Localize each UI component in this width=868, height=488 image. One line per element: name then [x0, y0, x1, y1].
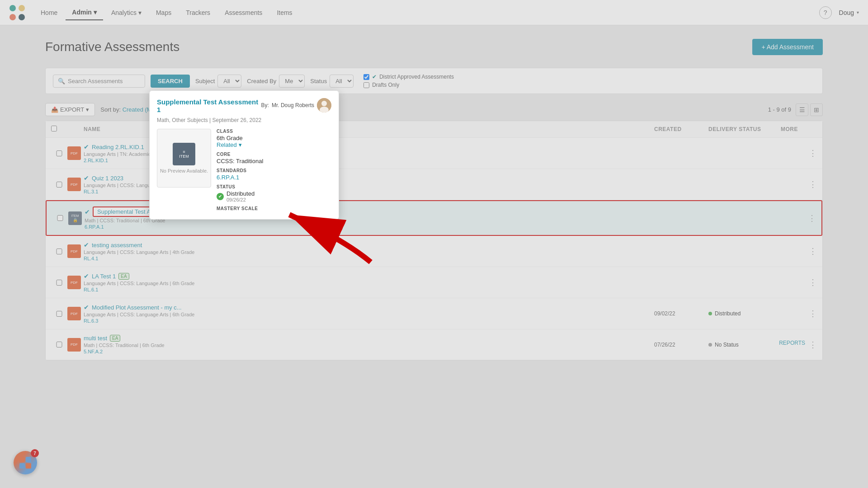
list-view-button[interactable]: ☰ [796, 103, 808, 116]
row-standard[interactable]: RL.6.3 [84, 318, 654, 324]
mastery-section: MASTERY SCALE [217, 206, 331, 212]
core-section: CORE CCSS: Traditional [217, 152, 331, 164]
svg-rect-10 [19, 463, 25, 469]
row-checkbox[interactable] [51, 342, 67, 347]
table-row: PDF ✔ Modified Plot Assessment - my c...… [46, 298, 822, 329]
row-more: ⋮ [781, 179, 817, 189]
row-name: ✔ LA Test 1 EA Language Arts | CCSS: Lan… [84, 272, 654, 292]
user-chevron-icon: ▾ [857, 10, 859, 15]
row-standard[interactable]: 6.RP.A.1 [85, 224, 653, 230]
status-filter: Status All [310, 75, 354, 88]
popup-body: ≡ ITEM No Preview Available. CLASS 6th G… [157, 129, 331, 212]
pdf-icon: PDF [67, 276, 81, 289]
row-title[interactable]: multi test [84, 335, 107, 342]
class-section: CLASS 6th Grade Related ▾ [217, 129, 331, 148]
svg-rect-9 [26, 457, 31, 462]
user-menu-button[interactable]: Doug ▾ [839, 9, 859, 16]
status-dot [708, 343, 712, 347]
row-standard[interactable]: 5.NF.A.2 [84, 349, 654, 354]
row-title[interactable]: LA Test 1 [92, 273, 116, 280]
core-label: CORE [217, 152, 331, 157]
nav-admin[interactable]: Admin ▾ [66, 5, 103, 20]
checkbox-filters: ✔ District Approved Assessments Drafts O… [363, 74, 454, 88]
svg-rect-8 [19, 457, 25, 462]
more-options-button[interactable]: ⋮ [809, 179, 817, 189]
select-all-checkbox[interactable] [51, 126, 57, 131]
row-checkbox[interactable] [51, 150, 67, 156]
more-options-button[interactable]: ⋮ [809, 148, 817, 158]
nav-maps[interactable]: Maps [150, 5, 178, 20]
chevron-down-icon: ▾ [94, 9, 97, 16]
row-name: ✔ testing assessment Language Arts | CCS… [84, 241, 654, 261]
more-options-button[interactable]: ⋮ [809, 246, 817, 256]
row-title[interactable]: testing assessment [92, 242, 142, 249]
subject-select[interactable]: All [217, 75, 241, 88]
row-checkbox[interactable] [51, 249, 67, 254]
help-button[interactable]: ? [819, 6, 832, 19]
row-standard[interactable]: RL.6.1 [84, 287, 654, 292]
nav-assessments[interactable]: Assessments [218, 5, 269, 20]
svg-point-1 [19, 5, 25, 11]
nav-items[interactable]: Items [270, 5, 298, 20]
row-icon: PDF [67, 146, 84, 160]
row-icon: PDF [67, 338, 84, 352]
popup-preview: ≡ ITEM No Preview Available. [157, 129, 211, 188]
chevron-down-icon: ▾ [138, 9, 142, 16]
standards-section: STANDARDS 6.RP.A.1 [217, 168, 331, 181]
col-created: CREATED [654, 126, 708, 132]
created-by-select[interactable]: Me [279, 75, 305, 88]
nav-home[interactable]: Home [34, 5, 64, 20]
more-options-button[interactable]: ⋮ [809, 309, 817, 319]
search-input[interactable] [68, 78, 140, 84]
row-checkbox[interactable] [51, 311, 67, 317]
more-options-button[interactable]: ⋮ [809, 277, 817, 287]
verified-icon: ✔ [84, 304, 89, 311]
reports-button[interactable]: REPORTS [779, 340, 805, 350]
search-icon: 🔍 [58, 78, 65, 84]
row-icon: ITEM 🔒 [68, 211, 85, 225]
search-button[interactable]: SEARCH [151, 75, 190, 88]
district-approved-checkbox[interactable] [363, 74, 369, 80]
verified-icon: ✔ [84, 241, 89, 249]
more-options-button[interactable]: ⋮ [808, 213, 816, 223]
row-standard[interactable]: RL.4.1 [84, 256, 654, 261]
more-options-button[interactable]: ⋮ [809, 340, 817, 350]
status-select[interactable]: All [330, 75, 354, 88]
status-text: No Status [715, 342, 739, 348]
row-name: ✔ Modified Plot Assessment - my c... Lan… [84, 304, 654, 324]
grid-view-button[interactable]: ⊞ [810, 103, 823, 116]
export-icon: 📤 [51, 106, 58, 113]
row-name: multi test EA Math | CCSS: Traditional |… [84, 335, 654, 354]
col-all [51, 126, 67, 133]
row-title[interactable]: Modified Plot Assessment - my c... [92, 304, 182, 311]
add-assessment-button[interactable]: + Add Assessment [752, 39, 823, 55]
svg-point-2 [9, 14, 16, 20]
status-check-icon: ✔ [217, 193, 224, 200]
nav-trackers[interactable]: Trackers [179, 5, 217, 20]
popup-subjects: Math, Other Subjects | September 26, 202… [157, 117, 331, 123]
row-status: Distributed [708, 310, 781, 317]
row-checkbox[interactable] [51, 182, 67, 188]
pdf-icon: PDF [67, 338, 81, 352]
search-input-wrap: 🔍 [53, 75, 145, 88]
row-title[interactable]: Quiz 1 2023 [92, 175, 123, 182]
district-approved-row: ✔ District Approved Assessments [363, 74, 454, 80]
verified-icon: ✔ [85, 208, 90, 216]
row-more: ⋮ [781, 309, 817, 319]
bottom-widget-button[interactable]: 7 [14, 451, 37, 474]
popup-title: Supplemental Test Assessment 1 [157, 98, 261, 113]
created-by-filter: Created By Me [247, 75, 305, 88]
row-meta: Language Arts | CCSS: Language Arts | 6t… [84, 312, 654, 317]
row-checkbox[interactable] [51, 280, 67, 286]
related-link[interactable]: Related ▾ [217, 141, 331, 148]
standard-link[interactable]: 6.RP.A.1 [217, 174, 331, 181]
nav-analytics[interactable]: Analytics ▾ [105, 5, 148, 20]
nav-right: ? Doug ▾ [819, 6, 859, 19]
pdf-icon: PDF [67, 244, 81, 258]
item-icon: ITEM 🔒 [68, 211, 82, 225]
row-title[interactable]: Reading 2.RL.KID.1 [92, 144, 144, 150]
export-button[interactable]: 📤 EXPORT ▾ [45, 103, 95, 116]
row-checkbox[interactable] [52, 215, 68, 221]
district-check-icon: ✔ [372, 74, 377, 80]
drafts-only-checkbox[interactable] [363, 82, 369, 88]
